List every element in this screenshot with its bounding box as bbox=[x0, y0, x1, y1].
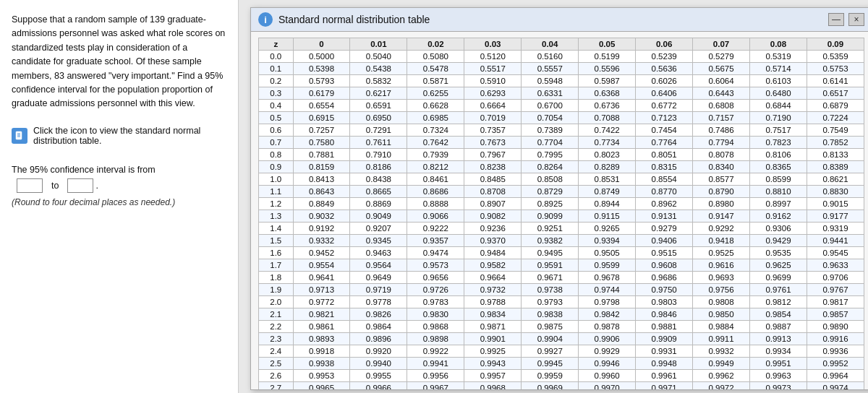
table-cell: 0.8810 bbox=[750, 186, 807, 198]
col-header-0.02: 0.02 bbox=[407, 38, 464, 51]
table-cell: 0.8944 bbox=[579, 198, 636, 210]
table-cell: 0.9812 bbox=[750, 296, 807, 308]
table-cell: 0.7422 bbox=[579, 124, 636, 137]
table-cell: 0.8770 bbox=[636, 186, 693, 198]
modal-title: Standard normal distribution table bbox=[278, 14, 430, 25]
period: . bbox=[95, 181, 98, 191]
table-cell: 0.8023 bbox=[579, 149, 636, 161]
minimize-button[interactable]: — bbox=[828, 13, 844, 26]
table-cell: 0.9969 bbox=[522, 382, 579, 390]
table-cell: 0.8413 bbox=[293, 173, 350, 186]
table-cell: 0.9783 bbox=[407, 296, 464, 308]
table-cell: 0.5319 bbox=[750, 51, 807, 63]
table-cell: 0.5596 bbox=[579, 63, 636, 75]
table-body: 0.00.50000.50400.50800.51200.51600.51990… bbox=[259, 51, 864, 390]
table-cell: 0.9495 bbox=[522, 247, 579, 259]
table-cell: 0.9744 bbox=[579, 284, 636, 296]
table-cell: 0.9719 bbox=[350, 284, 407, 296]
table-cell: 0.7910 bbox=[350, 149, 407, 161]
col-header-0.04: 0.04 bbox=[522, 38, 579, 51]
table-cell: 0.7486 bbox=[693, 124, 750, 137]
row-header-z: 0.9 bbox=[259, 161, 294, 173]
table-cell: 0.7054 bbox=[522, 112, 579, 124]
table-cell: 0.9948 bbox=[636, 358, 693, 370]
table-cell: 0.8051 bbox=[636, 149, 693, 161]
table-cell: 0.6915 bbox=[293, 112, 350, 124]
table-cell: 0.5160 bbox=[522, 51, 579, 63]
table-row: 2.60.99530.99550.99560.99570.99590.99600… bbox=[259, 370, 864, 382]
table-cell: 0.9633 bbox=[807, 259, 864, 272]
table-cell: 0.9965 bbox=[293, 382, 350, 390]
table-cell: 0.9953 bbox=[293, 370, 350, 382]
table-cell: 0.9968 bbox=[464, 382, 522, 390]
table-cell: 0.8643 bbox=[293, 186, 350, 198]
table-cell: 0.7939 bbox=[407, 149, 464, 161]
table-cell: 0.9875 bbox=[522, 321, 579, 333]
table-cell: 0.9177 bbox=[807, 210, 864, 223]
table-cell: 0.6443 bbox=[693, 87, 750, 100]
table-row: 2.50.99380.99400.99410.99430.99450.99460… bbox=[259, 358, 864, 370]
table-cell: 0.9599 bbox=[579, 259, 636, 272]
table-cell: 0.9956 bbox=[407, 370, 464, 382]
table-cell: 0.9938 bbox=[293, 358, 350, 370]
table-cell: 0.5120 bbox=[464, 51, 522, 63]
table-row: 2.40.99180.99200.99220.99250.99270.99290… bbox=[259, 345, 864, 358]
row-header-z: 1.4 bbox=[259, 223, 294, 235]
table-cell: 0.7291 bbox=[350, 124, 407, 137]
table-cell: 0.6985 bbox=[407, 112, 464, 124]
table-cell: 0.9564 bbox=[350, 259, 407, 272]
table-cell: 0.8869 bbox=[350, 198, 407, 210]
table-cell: 0.9767 bbox=[807, 284, 864, 296]
modal-header-left: i Standard normal distribution table bbox=[258, 12, 430, 27]
table-cell: 0.9678 bbox=[579, 272, 636, 284]
table-cell: 0.8849 bbox=[293, 198, 350, 210]
table-cell: 0.9625 bbox=[750, 259, 807, 272]
table-cell: 0.8888 bbox=[407, 198, 464, 210]
confidence-to-input[interactable] bbox=[67, 178, 93, 193]
table-cell: 0.9893 bbox=[293, 333, 350, 345]
table-row: 1.00.84130.84380.84610.84850.85080.85310… bbox=[259, 173, 864, 186]
table-cell: 0.7324 bbox=[407, 124, 464, 137]
table-cell: 0.5000 bbox=[293, 51, 350, 63]
table-cell: 0.5832 bbox=[350, 75, 407, 87]
row-header-z: 1.5 bbox=[259, 235, 294, 247]
confidence-from-input[interactable] bbox=[17, 178, 43, 193]
col-header-0.01: 0.01 bbox=[350, 38, 407, 51]
table-cell: 0.9913 bbox=[750, 333, 807, 345]
table-cell: 0.9973 bbox=[750, 382, 807, 390]
table-cell: 0.9808 bbox=[693, 296, 750, 308]
close-button[interactable]: × bbox=[848, 13, 864, 26]
book-icon[interactable] bbox=[12, 128, 27, 144]
table-cell: 0.6628 bbox=[407, 100, 464, 112]
table-cell: 0.5910 bbox=[464, 75, 522, 87]
table-cell: 0.7517 bbox=[750, 124, 807, 137]
table-cell: 0.9066 bbox=[407, 210, 464, 223]
row-header-z: 1.8 bbox=[259, 272, 294, 284]
round-note: (Round to four decimal places as needed.… bbox=[12, 197, 175, 207]
row-header-z: 0.3 bbox=[259, 87, 294, 100]
table-cell: 0.6554 bbox=[293, 100, 350, 112]
row-header-z: 0.1 bbox=[259, 63, 294, 75]
table-cell: 0.7019 bbox=[464, 112, 522, 124]
table-cell: 0.9452 bbox=[293, 247, 350, 259]
table-cell: 0.9441 bbox=[807, 235, 864, 247]
table-cell: 0.9778 bbox=[350, 296, 407, 308]
table-cell: 0.5040 bbox=[350, 51, 407, 63]
table-cell: 0.9967 bbox=[407, 382, 464, 390]
row-header-z: 1.1 bbox=[259, 186, 294, 198]
table-cell: 0.9706 bbox=[807, 272, 864, 284]
table-cell: 0.9554 bbox=[293, 259, 350, 272]
table-cell: 0.9946 bbox=[579, 358, 636, 370]
table-cell: 0.9798 bbox=[579, 296, 636, 308]
table-cell: 0.9826 bbox=[350, 308, 407, 321]
table-cell: 0.9484 bbox=[464, 247, 522, 259]
table-row: 1.50.93320.93450.93570.93700.93820.93940… bbox=[259, 235, 864, 247]
table-cell: 0.9854 bbox=[750, 308, 807, 321]
modal-controls: — × bbox=[828, 13, 864, 26]
table-cell: 0.9265 bbox=[579, 223, 636, 235]
table-cell: 0.9955 bbox=[350, 370, 407, 382]
table-cell: 0.9838 bbox=[522, 308, 579, 321]
table-cell: 0.5239 bbox=[636, 51, 693, 63]
table-cell: 0.5871 bbox=[407, 75, 464, 87]
table-cell: 0.8665 bbox=[350, 186, 407, 198]
